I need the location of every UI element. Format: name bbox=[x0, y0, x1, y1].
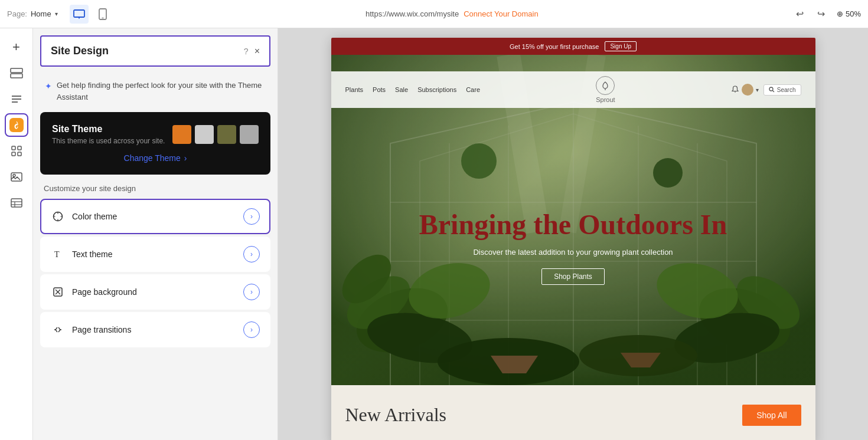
theme-swatches bbox=[172, 125, 259, 144]
section-icon bbox=[10, 68, 23, 78]
hero-cta-button[interactable]: Shop Plants bbox=[541, 268, 605, 285]
notification-icon bbox=[731, 86, 739, 94]
site-logo-text: Sprout bbox=[596, 96, 615, 103]
swatch-4 bbox=[240, 125, 259, 144]
site-theme-desc: This theme is used across your site. bbox=[52, 137, 165, 145]
svg-point-15 bbox=[13, 175, 15, 177]
panel-assistant: ✦ Get help finding the perfect look for … bbox=[33, 74, 278, 112]
change-theme-button[interactable]: Change Theme › bbox=[52, 153, 259, 163]
color-theme-icon bbox=[51, 209, 65, 224]
zoom-level: 50% bbox=[846, 9, 861, 18]
page-transitions-arrow: › bbox=[243, 321, 260, 338]
page-background-option[interactable]: Page background › bbox=[40, 274, 270, 310]
page-background-label: Page background bbox=[72, 287, 243, 297]
add-icon: + bbox=[12, 40, 20, 55]
nav-plants[interactable]: Plants bbox=[345, 86, 364, 93]
url-text: https://www.wix.com/mysite bbox=[366, 9, 459, 18]
swatch-1 bbox=[172, 125, 191, 144]
site-hero: Plants Pots Sale Subscriptions Care bbox=[331, 55, 815, 385]
panel-header: Site Design ? × bbox=[40, 35, 270, 67]
svg-rect-13 bbox=[18, 152, 21, 156]
zoom-button[interactable]: ⊕ 50% bbox=[837, 9, 861, 18]
site-search-button[interactable]: Search bbox=[763, 84, 801, 96]
color-theme-option[interactable]: Color theme › bbox=[40, 199, 270, 234]
sidebar-cms-button[interactable] bbox=[5, 191, 28, 215]
nav-care[interactable]: Care bbox=[466, 86, 480, 93]
svg-rect-10 bbox=[12, 146, 15, 150]
desktop-icon bbox=[73, 9, 85, 19]
main-area: + bbox=[0, 28, 868, 440]
site-nav-right: ▾ Search bbox=[731, 84, 801, 96]
pages-icon bbox=[11, 94, 22, 104]
page-chevron-icon[interactable]: ▾ bbox=[55, 11, 58, 17]
nav-subscriptions[interactable]: Subscriptions bbox=[417, 86, 456, 93]
text-theme-label: Text theme bbox=[72, 249, 243, 259]
sidebar-section-button[interactable] bbox=[5, 61, 28, 85]
sidebar-theme-button[interactable] bbox=[5, 113, 28, 137]
svg-rect-5 bbox=[11, 68, 22, 73]
new-arrivals-section: New Arrivals Shop All bbox=[331, 385, 815, 440]
svg-rect-0 bbox=[74, 10, 84, 17]
avatar-icon bbox=[742, 84, 753, 96]
text-theme-icon: T bbox=[51, 247, 65, 261]
sidebar-add-button[interactable]: + bbox=[5, 35, 28, 59]
canvas-area: Get 15% off your first purchase Sign Up bbox=[278, 28, 868, 440]
page-name: Home bbox=[31, 9, 51, 18]
site-top-banner: Get 15% off your first purchase Sign Up bbox=[331, 38, 815, 55]
page-background-icon bbox=[51, 285, 65, 299]
site-theme-card: Site Theme This theme is used across you… bbox=[40, 112, 270, 175]
nav-sale[interactable]: Sale bbox=[395, 86, 408, 93]
top-bar: Page: Home ▾ https://www.wix.com/mysite … bbox=[0, 0, 868, 28]
page-selector: Page: Home ▾ bbox=[7, 9, 58, 18]
mobile-device-btn[interactable] bbox=[93, 5, 112, 24]
sidebar-media-button[interactable] bbox=[5, 165, 28, 189]
svg-rect-12 bbox=[12, 152, 15, 156]
undo-button[interactable]: ↩ bbox=[792, 6, 808, 22]
panel-close-button[interactable]: × bbox=[254, 46, 260, 57]
image-icon bbox=[11, 172, 22, 182]
mobile-icon bbox=[99, 8, 107, 20]
svg-line-50 bbox=[772, 91, 774, 93]
site-preview: Get 15% off your first purchase Sign Up bbox=[331, 38, 815, 440]
logo-icon bbox=[601, 81, 610, 90]
url-bar: https://www.wix.com/mysite Connect Your … bbox=[119, 9, 785, 18]
grid-icon bbox=[11, 145, 22, 157]
hero-content: Bringing the Outdoors In Discover the la… bbox=[331, 208, 815, 285]
desktop-device-btn[interactable] bbox=[70, 5, 89, 24]
change-theme-label: Change Theme bbox=[124, 153, 181, 163]
customize-title: Customize your site design bbox=[40, 184, 270, 193]
svg-rect-6 bbox=[11, 74, 22, 78]
text-theme-arrow: › bbox=[243, 246, 260, 262]
page-transitions-icon bbox=[51, 323, 65, 337]
page-transitions-label: Page transitions bbox=[72, 325, 243, 334]
panel-help-button[interactable]: ? bbox=[244, 47, 249, 56]
site-nav: Plants Pots Sale Subscriptions Care bbox=[331, 71, 815, 108]
site-theme-name: Site Theme bbox=[52, 124, 165, 134]
swatch-3 bbox=[217, 125, 236, 144]
page-transitions-option[interactable]: Page transitions › bbox=[40, 312, 270, 347]
nav-pots[interactable]: Pots bbox=[373, 86, 386, 93]
panel-title: Site Design bbox=[51, 45, 109, 57]
site-nav-links: Plants Pots Sale Subscriptions Care bbox=[345, 86, 481, 93]
design-panel: Site Design ? × ✦ Get help finding the p… bbox=[33, 28, 278, 440]
page-label: Page: bbox=[7, 9, 27, 18]
text-theme-option[interactable]: T Text theme › bbox=[40, 237, 270, 272]
hero-title: Bringing the Outdoors In bbox=[331, 208, 815, 241]
site-logo-circle bbox=[596, 76, 615, 95]
redo-button[interactable]: ↪ bbox=[813, 6, 830, 22]
zoom-icon: ⊕ bbox=[837, 9, 843, 18]
page-background-arrow: › bbox=[243, 284, 260, 300]
svg-rect-11 bbox=[18, 146, 21, 150]
site-theme-info: Site Theme This theme is used across you… bbox=[52, 124, 165, 145]
banner-text: Get 15% off your first purchase bbox=[510, 43, 599, 50]
sidebar-pages-button[interactable] bbox=[5, 87, 28, 111]
device-icons bbox=[70, 5, 112, 24]
signup-button[interactable]: Sign Up bbox=[605, 41, 637, 51]
search-icon bbox=[769, 87, 775, 93]
sidebar-apps-button[interactable] bbox=[5, 139, 28, 163]
connect-domain-link[interactable]: Connect Your Domain bbox=[464, 9, 538, 18]
panel-header-actions: ? × bbox=[244, 46, 260, 57]
shop-all-button[interactable]: Shop All bbox=[742, 405, 801, 426]
flame-icon bbox=[12, 121, 21, 129]
customize-section: Customize your site design Color theme ›… bbox=[33, 184, 278, 350]
